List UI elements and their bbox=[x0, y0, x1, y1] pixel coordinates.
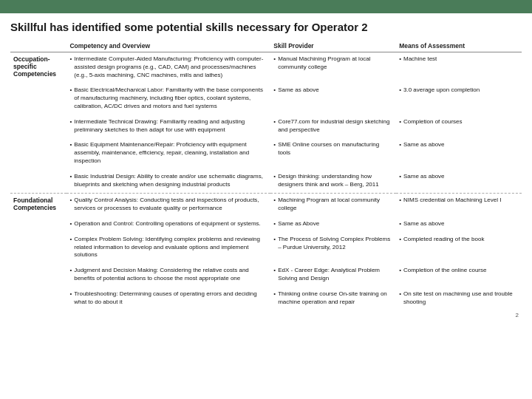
means-cell: •On site test on machining use and troub… bbox=[396, 287, 522, 311]
section-label bbox=[10, 170, 66, 194]
col-header-empty bbox=[10, 41, 66, 52]
col-header-means: Means of Assessment bbox=[396, 41, 522, 52]
page-number: 2 bbox=[10, 310, 522, 318]
means-cell: •Completion of courses bbox=[396, 115, 522, 139]
skill-cell: •EdX - Career Edge: Analytical Problem S… bbox=[270, 264, 396, 287]
means-cell: •Completion of the online course bbox=[396, 264, 522, 287]
section-label bbox=[10, 115, 66, 139]
page-content: Skillful has identified some potential s… bbox=[0, 13, 532, 323]
skill-cell: •Same as Above bbox=[270, 217, 396, 233]
competency-cell: •Basic Electrical/Mechanical Labor: Fami… bbox=[66, 83, 270, 115]
skill-cell: •Same as above bbox=[270, 83, 396, 115]
section-label: FoundationalCompetencies bbox=[10, 194, 66, 217]
competency-cell: •Intermediate Computer-Aided Manufacturi… bbox=[66, 52, 270, 84]
means-cell: •NIMS credential on Machining Level I bbox=[396, 194, 522, 217]
competency-cell: •Complex Problem Solving: Identifying co… bbox=[66, 233, 270, 264]
main-table: Competency and Overview Skill Provider M… bbox=[10, 41, 522, 310]
means-cell: •3.0 average upon completion bbox=[396, 83, 522, 115]
competency-cell: •Operation and Control: Controlling oper… bbox=[66, 217, 270, 233]
means-cell: •Same as above bbox=[396, 138, 522, 169]
skill-cell: •Core77.com for industrial design sketch… bbox=[270, 115, 396, 139]
skill-cell: •Design thinking: understanding how desi… bbox=[270, 170, 396, 194]
section-label bbox=[10, 264, 66, 287]
col-header-skill: Skill Provider bbox=[270, 41, 396, 52]
competency-cell: •Quality Control Analysis: Conducting te… bbox=[66, 194, 270, 217]
top-bar bbox=[0, 0, 532, 13]
section-label bbox=[10, 138, 66, 169]
skill-cell: •Manual Machining Program at local commu… bbox=[270, 52, 396, 84]
competency-cell: •Basic Industrial Design: Ability to cre… bbox=[66, 170, 270, 194]
competency-cell: •Judgment and Decision Making: Consideri… bbox=[66, 264, 270, 287]
section-label bbox=[10, 83, 66, 115]
section-label bbox=[10, 217, 66, 233]
means-cell: •Same as above bbox=[396, 170, 522, 194]
page-title: Skillful has identified some potential s… bbox=[10, 21, 522, 33]
skill-cell: •SME Online courses on manufacturing too… bbox=[270, 138, 396, 169]
competency-cell: •Basic Equipment Maintenance/Repair: Pro… bbox=[66, 138, 270, 169]
col-header-competency: Competency and Overview bbox=[66, 41, 270, 52]
section-label bbox=[10, 233, 66, 264]
competency-cell: •Troubleshooting: Determining causes of … bbox=[66, 287, 270, 311]
section-label bbox=[10, 287, 66, 311]
means-cell: •Completed reading of the book bbox=[396, 233, 522, 264]
skill-cell: •Thinking online course On-site training… bbox=[270, 287, 396, 311]
competency-cell: •Intermediate Technical Drawing: Familia… bbox=[66, 115, 270, 139]
means-cell: •Same as above bbox=[396, 217, 522, 233]
skill-cell: •Machining Program at local community co… bbox=[270, 194, 396, 217]
skill-cell: •The Process of Solving Complex Problems… bbox=[270, 233, 396, 264]
section-label: Occupation-specificCompetencies bbox=[10, 52, 66, 84]
means-cell: •Machine test bbox=[396, 52, 522, 84]
